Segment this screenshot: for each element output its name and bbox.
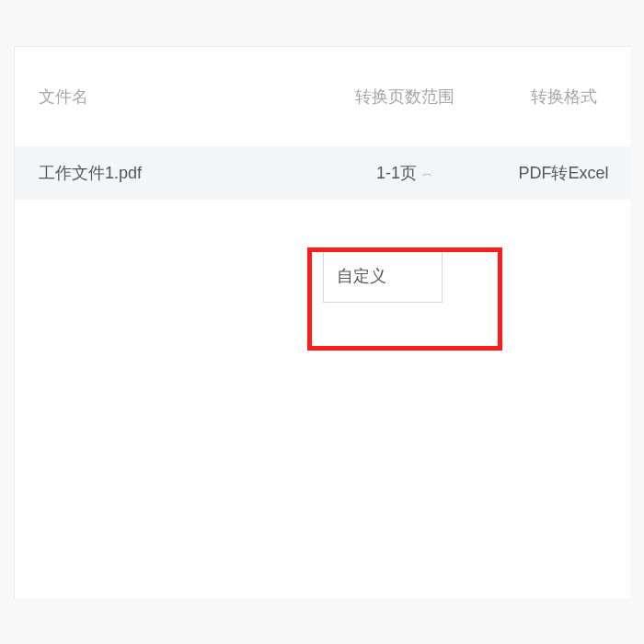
range-dropdown: 自定义 [323, 249, 443, 303]
cell-format[interactable]: PDF转Excel [488, 162, 630, 184]
table-header: 文件名 转换页数范围 转换格式 [15, 47, 630, 146]
dropdown-option-custom[interactable]: 自定义 [337, 265, 429, 287]
column-header-range: 转换页数范围 [322, 86, 488, 108]
range-value: 1-1页 [376, 162, 417, 184]
conversion-panel: 文件名 转换页数范围 转换格式 工作文件1.pdf 1-1页 ︿ PDF转Exc… [14, 46, 630, 598]
cell-range[interactable]: 1-1页 ︿ [322, 162, 488, 184]
chevron-up-icon: ︿ [422, 167, 433, 178]
column-header-format: 转换格式 [488, 86, 630, 108]
table-row[interactable]: 工作文件1.pdf 1-1页 ︿ PDF转Excel [15, 146, 630, 200]
cell-filename: 工作文件1.pdf [39, 162, 322, 184]
column-header-filename: 文件名 [39, 86, 322, 108]
